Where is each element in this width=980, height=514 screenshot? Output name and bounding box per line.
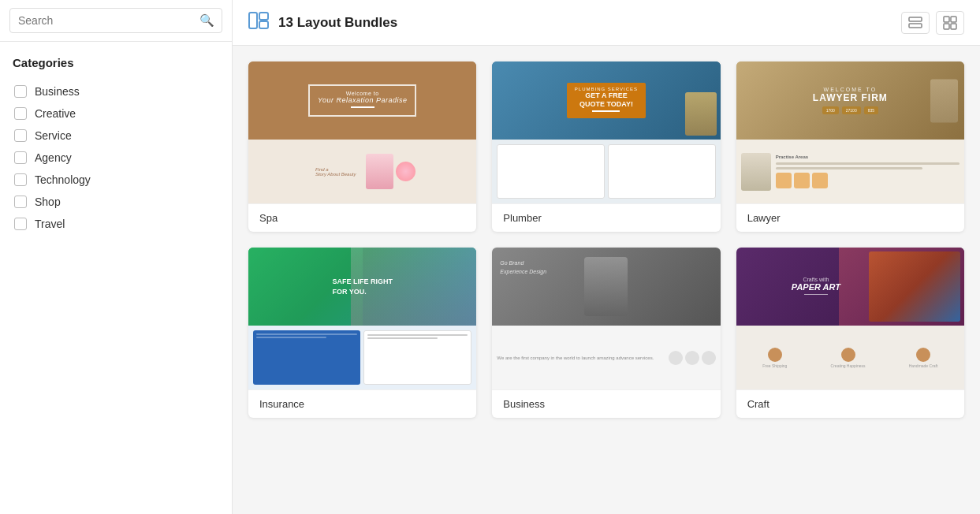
category-item-travel[interactable]: Travel	[13, 213, 219, 235]
category-checkbox-travel[interactable]	[14, 218, 27, 230]
categories-title: Categories	[13, 56, 219, 69]
svg-rect-0	[249, 13, 257, 28]
grid-view-button[interactable]	[936, 11, 964, 35]
spa-welcome-text: Welcome to Your Relaxation Paradise	[308, 84, 417, 117]
list-view-button[interactable]	[901, 12, 930, 34]
template-name-spa: Spa	[248, 203, 476, 232]
template-preview-spa: Welcome to Your Relaxation Paradise Find…	[248, 61, 476, 203]
category-label-shop: Shop	[35, 196, 61, 208]
category-item-technology[interactable]: Technology	[13, 169, 219, 191]
category-label-service: Service	[35, 129, 72, 142]
category-item-creative[interactable]: Creative	[13, 102, 219, 125]
template-card-craft[interactable]: Crafts with PAPER ART Free Shipping Cre	[736, 248, 964, 418]
main-content: 13 Layout Bundles	[233, 0, 980, 514]
svg-rect-5	[944, 17, 949, 22]
template-preview-business: Go BrandExperience Design We are the fir…	[492, 248, 720, 389]
svg-rect-8	[951, 24, 956, 29]
svg-rect-6	[951, 17, 956, 22]
search-container: 🔍	[0, 0, 232, 42]
templates-grid: Welcome to Your Relaxation Paradise Find…	[233, 46, 980, 514]
category-item-agency[interactable]: Agency	[13, 147, 219, 169]
template-card-plumber[interactable]: Plumbing Services GET A FREEQUOTE TODAY!…	[492, 61, 720, 232]
svg-rect-2	[259, 21, 268, 28]
template-preview-craft: Crafts with PAPER ART Free Shipping Cre	[736, 248, 964, 389]
category-label-agency: Agency	[35, 151, 72, 164]
category-label-business: Business	[35, 85, 80, 98]
category-checkbox-creative[interactable]	[14, 107, 27, 120]
category-checkbox-service[interactable]	[14, 129, 27, 142]
category-checkbox-agency[interactable]	[14, 151, 27, 164]
svg-rect-7	[944, 24, 949, 29]
template-card-insurance[interactable]: SAFE LIFE RIGHTFOR YOU.	[248, 248, 476, 418]
template-card-business[interactable]: Go BrandExperience Design We are the fir…	[492, 248, 720, 418]
template-name-craft: Craft	[736, 389, 964, 418]
category-item-service[interactable]: Service	[13, 125, 219, 147]
category-checkbox-business[interactable]	[14, 85, 27, 98]
category-checkbox-shop[interactable]	[14, 196, 27, 208]
category-label-technology: Technology	[35, 173, 91, 186]
main-header: 13 Layout Bundles	[233, 0, 980, 46]
template-name-plumber: Plumber	[492, 203, 720, 232]
bundle-title: 13 Layout Bundles	[278, 15, 397, 31]
template-preview-insurance: SAFE LIFE RIGHTFOR YOU.	[248, 248, 476, 389]
template-name-lawyer: Lawyer	[736, 203, 964, 232]
sidebar: 🔍 Categories Business Creative Service A…	[0, 0, 233, 514]
category-checkbox-technology[interactable]	[14, 173, 27, 186]
categories-section: Categories Business Creative Service Age…	[0, 42, 232, 243]
template-name-business: Business	[492, 389, 720, 418]
layout-bundle-icon	[248, 12, 269, 34]
svg-rect-1	[259, 13, 268, 20]
template-name-insurance: Insurance	[248, 389, 476, 418]
category-label-travel: Travel	[35, 218, 65, 230]
category-item-shop[interactable]: Shop	[13, 191, 219, 213]
header-left: 13 Layout Bundles	[248, 12, 397, 34]
template-preview-plumber: Plumbing Services GET A FREEQUOTE TODAY!	[492, 61, 720, 203]
svg-rect-4	[909, 24, 922, 28]
template-preview-lawyer: WELCOME TO LAWYER FIRM 1700 27100 835	[736, 61, 964, 203]
svg-rect-3	[909, 17, 922, 21]
template-card-spa[interactable]: Welcome to Your Relaxation Paradise Find…	[248, 61, 476, 232]
template-card-lawyer[interactable]: WELCOME TO LAWYER FIRM 1700 27100 835	[736, 61, 964, 232]
search-input[interactable]	[9, 8, 222, 33]
header-right	[901, 11, 964, 35]
category-item-business[interactable]: Business	[13, 80, 219, 102]
category-label-creative: Creative	[35, 107, 76, 120]
